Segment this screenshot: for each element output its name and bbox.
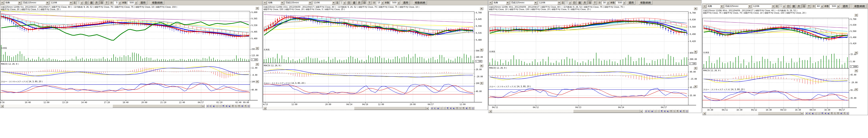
h-scrollbar[interactable]: ◄ ► xyxy=(1,104,205,108)
chart-tool-button[interactable]: − xyxy=(657,109,660,112)
pane-collapse-button[interactable]: ▼ xyxy=(255,80,259,83)
chart-tool-button[interactable]: ◄ xyxy=(430,107,433,109)
price-chart-canvas[interactable] xyxy=(263,0,488,110)
chart-tool-button[interactable]: ◫ xyxy=(471,107,474,109)
chart-tool-button[interactable]: ▲ xyxy=(212,104,215,107)
chart-tool-button[interactable]: ► xyxy=(808,112,811,115)
chart-tool-button[interactable]: ◫ xyxy=(247,104,250,107)
scrollbar-thumb[interactable] xyxy=(113,104,202,108)
chart-tool-button[interactable]: − xyxy=(219,104,222,107)
chart-tool-button[interactable]: ◣ xyxy=(666,109,670,112)
scroll-left-button[interactable]: ◄ xyxy=(263,107,267,110)
chart-tool-button[interactable]: ▼ xyxy=(660,109,663,112)
chart-tool-button[interactable]: ◄ xyxy=(644,109,647,112)
chart-tool-button[interactable]: ▼ xyxy=(446,107,449,109)
chart-tool-button[interactable]: ◣ xyxy=(228,104,231,107)
chart-tool-button[interactable]: ▲ xyxy=(437,107,439,109)
chart-tool-button[interactable]: ► xyxy=(433,107,436,109)
chart-tool-button[interactable]: − xyxy=(443,107,446,109)
scroll-right-button[interactable]: ► xyxy=(801,112,804,115)
chart-tool-button[interactable]: D xyxy=(456,107,459,109)
pane-collapse-button[interactable]: ▼ xyxy=(854,14,858,16)
pane-collapse-button[interactable]: ▼ xyxy=(854,69,858,72)
chart-tool-button[interactable]: ▲ xyxy=(651,109,654,112)
scrollbar-track[interactable] xyxy=(267,107,426,110)
chart-tool-button[interactable]: ▼ xyxy=(821,112,824,115)
chart-tool-button[interactable]: ＋ xyxy=(814,112,817,115)
chart-tool-button[interactable]: ◉ xyxy=(840,112,843,115)
pane-collapse-button[interactable]: ▼ xyxy=(480,82,483,85)
scroll-right-button[interactable]: ► xyxy=(426,107,429,110)
chart-tool-button[interactable]: L xyxy=(235,104,237,107)
chart-tool-button[interactable]: ◣ xyxy=(827,112,830,115)
pane-collapse-button[interactable]: ▼ xyxy=(854,88,858,91)
pane-collapse-button[interactable]: ▼ xyxy=(480,64,483,67)
chart-tool-button[interactable]: ◄ xyxy=(805,112,808,115)
scroll-right-button[interactable]: ► xyxy=(202,104,205,108)
chart-tool-button[interactable]: L xyxy=(673,109,676,112)
pane-collapse-button[interactable]: ▼ xyxy=(694,66,697,70)
h-scrollbar[interactable]: ◄ ► xyxy=(703,112,804,115)
chart-tool-button[interactable]: ▪ xyxy=(225,104,228,107)
chart-tool-button[interactable]: B xyxy=(238,104,241,107)
chart-tool-button[interactable]: ▼ xyxy=(222,104,225,107)
scrollbar-thumb[interactable] xyxy=(758,112,801,115)
chart-tool-button[interactable]: ◉ xyxy=(241,104,244,107)
pane-collapse-button[interactable]: ▼ xyxy=(694,7,697,10)
chart-tool-button[interactable]: X xyxy=(843,112,846,115)
scrollbar-thumb[interactable] xyxy=(573,109,640,113)
scrollbar-track[interactable] xyxy=(4,104,202,108)
chart-tool-button[interactable]: ◣ xyxy=(453,107,455,109)
chart-tool-button[interactable]: ► xyxy=(209,104,212,107)
pane-collapse-button[interactable]: ▼ xyxy=(255,7,259,10)
chart-tool-button[interactable]: L xyxy=(459,107,462,109)
chart-tool-button[interactable]: B xyxy=(462,107,465,109)
chart-tool-button[interactable]: D xyxy=(670,109,673,112)
chart-tool-button[interactable]: X xyxy=(468,107,471,109)
chart-tool-button[interactable]: ＋ xyxy=(654,109,657,112)
chart-tool-button[interactable]: X xyxy=(244,104,247,107)
price-chart-canvas[interactable] xyxy=(703,4,868,115)
time-tick-label: 16:30 xyxy=(766,109,772,111)
chart-tool-button[interactable]: ▲ xyxy=(811,112,814,115)
scroll-right-button[interactable]: ► xyxy=(640,109,643,113)
chart-tool-button[interactable]: ◉ xyxy=(465,107,468,109)
chart-tool-button[interactable]: ◫ xyxy=(846,112,849,115)
price-chart-canvas[interactable] xyxy=(0,0,262,108)
h-scrollbar[interactable]: ◄ ► xyxy=(263,107,429,110)
chart-tool-button[interactable]: ▪ xyxy=(824,112,827,115)
pane-collapse-button[interactable]: ▼ xyxy=(694,50,697,53)
chart-tool-button[interactable]: D xyxy=(231,104,234,107)
chart-tool-button[interactable]: B xyxy=(676,109,679,112)
pane-collapse-button[interactable]: ▼ xyxy=(480,7,483,10)
scroll-left-button[interactable]: ◄ xyxy=(489,109,492,113)
scroll-left-button[interactable]: ◄ xyxy=(703,112,706,115)
chart-tool-button[interactable]: ▪ xyxy=(663,109,666,112)
chart-tool-button[interactable]: D xyxy=(830,112,833,115)
price-chart-canvas[interactable] xyxy=(488,0,702,113)
h-scrollbar[interactable]: ◄ ► xyxy=(489,109,643,113)
scrollbar-track[interactable] xyxy=(706,112,801,115)
chart-tool-button[interactable]: B xyxy=(837,112,839,115)
chart-tool-button[interactable]: ＋ xyxy=(215,104,218,107)
chart-tool-button[interactable]: X xyxy=(682,109,685,112)
price-tick-label: 9,420 xyxy=(850,42,856,45)
price-tick-label: 9,630 xyxy=(850,24,856,26)
chart-tool-button[interactable]: ＋ xyxy=(440,107,443,109)
chart-tool-button[interactable]: L xyxy=(833,112,836,115)
chart-tool-button[interactable]: ▪ xyxy=(449,107,452,109)
chart-tool-button[interactable]: ◉ xyxy=(679,109,682,112)
scrollbar-thumb[interactable] xyxy=(354,107,426,110)
scroll-left-button[interactable]: ◄ xyxy=(1,104,4,108)
pane-collapse-button[interactable]: ▼ xyxy=(255,63,259,66)
scrollbar-track[interactable] xyxy=(492,109,640,113)
chart-tool-button[interactable]: ► xyxy=(647,109,650,112)
pane-collapse-button[interactable]: ▼ xyxy=(480,48,483,51)
chart-tool-button[interactable]: ◫ xyxy=(685,109,688,112)
pane-collapse-button[interactable]: ▼ xyxy=(694,85,697,88)
chart-tool-button[interactable]: ◄ xyxy=(206,104,209,107)
chart-tool-button[interactable]: − xyxy=(817,112,820,115)
pane-collapse-button[interactable]: ▼ xyxy=(854,51,858,54)
volume-multiplier-label: × 100 xyxy=(689,62,696,65)
pane-collapse-button[interactable]: ▼ xyxy=(255,47,259,50)
